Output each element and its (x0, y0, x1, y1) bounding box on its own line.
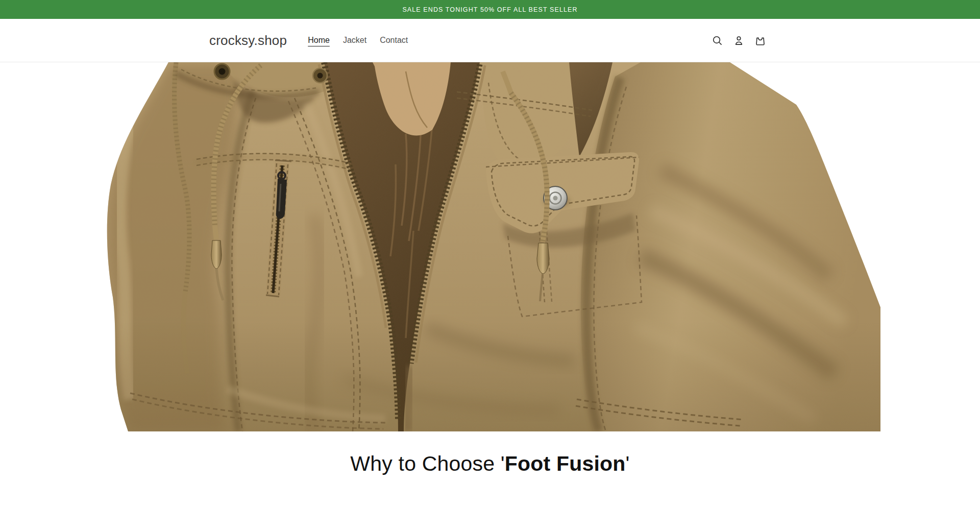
heading-suffix: ' (626, 452, 630, 475)
announcement-bar: SALE ENDS TONIGHT 50% OFF ALL BEST SELLE… (0, 0, 980, 19)
header-icons (706, 29, 771, 52)
hero-jacket-image (100, 62, 880, 431)
site-header: crocksy.shop Home Jacket Contact (0, 19, 980, 62)
heading-emphasis: Foot Fusion (505, 452, 626, 475)
search-button[interactable] (706, 29, 728, 52)
main-nav: Home Jacket Contact (301, 33, 414, 48)
section-heading: Why to Choose 'Foot Fusion' (10, 451, 970, 477)
store-logo[interactable]: crocksy.shop (209, 33, 287, 49)
header-container: crocksy.shop Home Jacket Contact (209, 19, 771, 62)
nav-link-jacket[interactable]: Jacket (336, 33, 373, 48)
cart-icon (754, 35, 766, 46)
nav-link-home[interactable]: Home (301, 33, 336, 48)
nav-link-contact[interactable]: Contact (373, 33, 414, 48)
account-button[interactable] (728, 29, 749, 52)
announcement-text: SALE ENDS TONIGHT 50% OFF ALL BEST SELLE… (402, 6, 577, 13)
account-icon (733, 35, 745, 46)
why-section: Why to Choose 'Foot Fusion' (0, 431, 980, 507)
hero-banner (100, 62, 880, 431)
cart-button[interactable] (749, 29, 771, 52)
search-icon (712, 35, 723, 46)
heading-prefix: Why to Choose ' (350, 452, 505, 475)
